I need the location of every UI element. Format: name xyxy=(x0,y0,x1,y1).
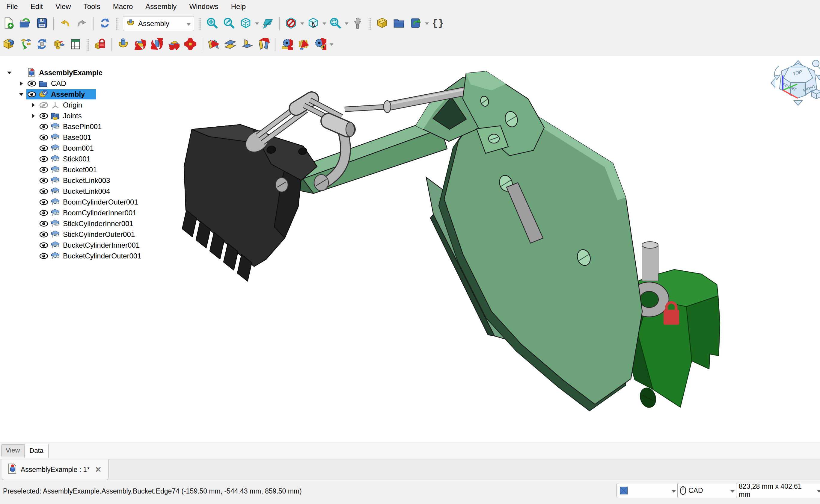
tree-item-boom001[interactable]: Boom001 xyxy=(0,143,168,154)
tree-item-bucketcylinderinner001[interactable]: BucketCylinderInner001 xyxy=(0,240,168,251)
draw-style-selector[interactable] xyxy=(617,483,679,498)
clipping-dropdown[interactable] xyxy=(299,15,305,32)
menu-help[interactable]: Help xyxy=(225,0,252,13)
view-sync-dropdown[interactable] xyxy=(344,15,349,32)
zoom-selection-button[interactable] xyxy=(222,15,237,32)
visibility-eye-icon[interactable] xyxy=(38,177,49,184)
visibility-eye-icon[interactable] xyxy=(38,231,49,238)
insert-component-button[interactable] xyxy=(18,36,33,53)
tree-item-cad[interactable]: CAD xyxy=(0,78,168,89)
folder-group-button[interactable] xyxy=(391,15,406,32)
refresh-button[interactable] xyxy=(97,15,112,32)
tab-data[interactable]: Data xyxy=(24,444,48,458)
bill-of-materials-button[interactable] xyxy=(68,36,83,53)
expand-right-icon[interactable] xyxy=(28,103,38,108)
redo-button[interactable] xyxy=(74,15,89,32)
tree-item-stickcylinderouter001[interactable]: StickCylinderOuter001 xyxy=(0,229,168,240)
menu-file[interactable]: File xyxy=(0,0,24,13)
workbench-selector[interactable]: Assembly xyxy=(123,16,194,31)
visibility-eye-icon[interactable] xyxy=(38,253,49,259)
3d-viewport[interactable]: TOP FRONT RIGHT AssemblyExampleCADAssemb… xyxy=(0,55,820,443)
expand-down-icon[interactable] xyxy=(4,71,14,75)
screw-joint-button[interactable] xyxy=(296,36,311,53)
revolute-joint-button[interactable] xyxy=(132,36,147,53)
part-base-pin[interactable] xyxy=(642,242,658,281)
visibility-eye-icon[interactable] xyxy=(38,188,49,195)
tree-item-basepin001[interactable]: BasePin001 xyxy=(0,121,168,132)
solve-assembly-button[interactable] xyxy=(34,36,49,53)
undo-button[interactable] xyxy=(57,15,72,32)
visibility-eye-icon[interactable] xyxy=(38,242,49,249)
tree-item-bucketcylinderouter001[interactable]: BucketCylinderOuter001 xyxy=(0,251,168,261)
menu-windows[interactable]: Windows xyxy=(183,0,225,13)
visibility-eye-icon[interactable] xyxy=(38,113,49,119)
part-boom[interactable] xyxy=(439,99,642,411)
tree-item-bucketlink004[interactable]: BucketLink004 xyxy=(0,186,168,197)
rack-pinion-joint-button[interactable] xyxy=(279,36,294,53)
visibility-eye-icon[interactable] xyxy=(26,91,37,98)
visibility-eye-icon[interactable] xyxy=(38,199,49,205)
save-button[interactable] xyxy=(34,15,49,32)
visibility-eye-off-icon[interactable] xyxy=(38,102,49,109)
close-icon[interactable]: ✕ xyxy=(94,465,103,474)
ball-joint-button[interactable] xyxy=(183,36,198,53)
visibility-eye-icon[interactable] xyxy=(38,220,49,227)
part-export-button[interactable] xyxy=(375,15,390,32)
slider-joint-button[interactable] xyxy=(166,36,181,53)
menu-macro[interactable]: Macro xyxy=(107,0,139,13)
expand-down-icon[interactable] xyxy=(16,93,26,96)
gears-joint-dropdown[interactable] xyxy=(329,36,334,53)
tree-item-bucketlink003[interactable]: BucketLink003 xyxy=(0,175,168,186)
expression-button[interactable]: {} xyxy=(430,15,445,32)
tree-item-stick001[interactable]: Stick001 xyxy=(0,154,168,164)
navigation-style-selector[interactable]: CAD xyxy=(677,483,738,498)
isometric-view-button[interactable] xyxy=(238,15,253,32)
gears-joint-button[interactable] xyxy=(313,36,328,53)
viewport-size-selector[interactable]: 823,28 mm x 402,61 mm xyxy=(736,483,820,498)
parallel-joint-button[interactable] xyxy=(223,36,238,53)
link-make-button[interactable] xyxy=(408,15,423,32)
box-select-button[interactable] xyxy=(306,15,321,32)
menu-view[interactable]: View xyxy=(49,0,77,13)
new-part-button[interactable] xyxy=(51,36,66,53)
distance-joint-button[interactable] xyxy=(206,36,221,53)
tree-item-assembly[interactable]: Assembly xyxy=(0,89,168,100)
visibility-eye-icon[interactable] xyxy=(38,167,49,173)
cylindrical-joint-button[interactable] xyxy=(149,36,164,53)
tree-item-assemblyexample[interactable]: AssemblyExample xyxy=(0,67,168,78)
visibility-eye-icon[interactable] xyxy=(26,80,37,87)
box-select-dropdown[interactable] xyxy=(322,15,327,32)
navigation-cube[interactable]: TOP FRONT RIGHT xyxy=(771,60,820,105)
menu-assembly[interactable]: Assembly xyxy=(139,0,183,13)
isometric-view-dropdown[interactable] xyxy=(254,15,260,32)
tree-item-base001[interactable]: Base001 xyxy=(0,132,168,143)
view-sync-button[interactable] xyxy=(328,15,343,32)
visibility-eye-icon[interactable] xyxy=(38,145,49,152)
new-document-button[interactable] xyxy=(1,15,16,32)
visibility-eye-icon[interactable] xyxy=(38,134,49,141)
fit-all-button[interactable] xyxy=(205,15,220,32)
fixed-joint-button[interactable] xyxy=(116,36,131,53)
document-tab[interactable]: AssemblyExample : 1* ✕ xyxy=(2,459,108,480)
tree-item-origin[interactable]: Origin xyxy=(0,100,168,111)
visibility-eye-icon[interactable] xyxy=(38,123,49,130)
tree-item-joints[interactable]: Joints xyxy=(0,111,168,121)
set-view-button[interactable] xyxy=(261,15,276,32)
link-make-dropdown[interactable] xyxy=(424,15,429,32)
tree-item-bucket001[interactable]: Bucket001 xyxy=(0,164,168,175)
expand-right-icon[interactable] xyxy=(28,113,38,118)
tree-item-stickcylinderinner001[interactable]: StickCylinderInner001 xyxy=(0,218,168,229)
open-document-button[interactable] xyxy=(18,15,33,32)
measure-button[interactable] xyxy=(350,15,365,32)
tab-view[interactable]: View xyxy=(1,444,24,456)
tree-item-boomcylinderinner001[interactable]: BoomCylinderInner001 xyxy=(0,208,168,218)
clipping-button[interactable] xyxy=(284,15,299,32)
expand-right-icon[interactable] xyxy=(16,81,26,86)
menu-tools[interactable]: Tools xyxy=(77,0,107,13)
angle-joint-button[interactable] xyxy=(256,36,271,53)
perpendicular-joint-button[interactable] xyxy=(240,36,255,53)
menu-edit[interactable]: Edit xyxy=(24,0,49,13)
visibility-eye-icon[interactable] xyxy=(38,210,49,216)
create-assembly-button[interactable] xyxy=(1,36,16,53)
visibility-eye-icon[interactable] xyxy=(38,156,49,162)
